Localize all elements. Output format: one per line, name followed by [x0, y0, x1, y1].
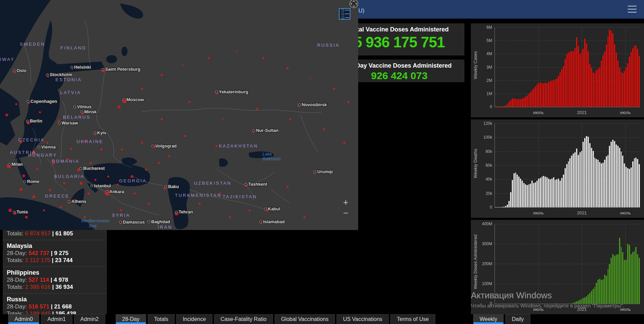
outbreak-dot[interactable]	[347, 101, 349, 103]
tab-admin0[interactable]: Admin0	[8, 314, 39, 324]
menu-icon[interactable]	[628, 6, 637, 13]
outbreak-dot[interactable]	[168, 155, 170, 157]
tab-28-day[interactable]: 28-Day	[116, 314, 146, 324]
city-marker	[123, 99, 125, 101]
outbreak-dot[interactable]	[236, 51, 237, 52]
outbreak-dot[interactable]	[117, 184, 119, 186]
map-sea-label: Mediterranean	[81, 218, 110, 223]
bar	[588, 137, 589, 207]
outbreak-dot[interactable]	[107, 176, 109, 178]
outbreak-dot[interactable]	[199, 203, 201, 205]
outbreak-dot[interactable]	[121, 148, 123, 151]
outbreak-dot[interactable]	[323, 128, 325, 130]
bar	[512, 180, 513, 207]
map-city-label: Vilnius	[77, 104, 91, 109]
bar	[516, 99, 518, 107]
outbreak-dot[interactable]	[94, 179, 96, 181]
tab-daily[interactable]: Daily	[505, 314, 530, 324]
outbreak-dot[interactable]	[100, 148, 102, 151]
tab-admin1[interactable]: Admin1	[41, 314, 72, 324]
outbreak-dot[interactable]	[286, 67, 289, 69]
outbreak-dot[interactable]	[131, 175, 133, 178]
bar	[609, 264, 610, 304]
outbreak-dot[interactable]	[70, 148, 72, 150]
outbreak-dot[interactable]	[32, 195, 35, 198]
city-marker	[81, 111, 83, 113]
outbreak-dot[interactable]	[118, 106, 120, 108]
outbreak-dot[interactable]	[310, 78, 311, 79]
outbreak-dot[interactable]	[249, 209, 251, 211]
outbreak-dot[interactable]	[8, 209, 12, 212]
outbreak-dot[interactable]	[22, 175, 25, 177]
outbreak-dot[interactable]	[88, 192, 90, 194]
outbreak-dot[interactable]	[90, 162, 92, 164]
outbreak-dot[interactable]	[148, 203, 150, 205]
outbreak-dot[interactable]	[333, 88, 335, 90]
tab-terms-of-use[interactable]: Terms of Use	[390, 314, 435, 324]
country-row-malaysia[interactable]: Malaysia28-Day: 542 737 | 9 275Totals: 2…	[3, 240, 106, 267]
outbreak-dot[interactable]	[60, 206, 62, 208]
y-tick-label: 3M	[472, 65, 492, 70]
outbreak-dot[interactable]	[182, 64, 183, 66]
outbreak-dot[interactable]	[63, 182, 65, 184]
map-country-label: SYRIA	[112, 213, 130, 218]
outbreak-dot[interactable]	[141, 142, 143, 144]
bar-series	[495, 224, 640, 304]
outbreak-dot[interactable]	[303, 216, 305, 218]
outbreak-dot[interactable]	[208, 57, 210, 59]
outbreak-dot[interactable]	[80, 182, 83, 185]
tab-case-fatality-ratio[interactable]: Case-Fatality Ratio	[214, 314, 273, 324]
bar	[561, 178, 562, 207]
tab-us-vaccinations[interactable]: US Vaccinations	[337, 314, 389, 324]
outbreak-dot[interactable]	[289, 118, 291, 120]
country-row-philippines[interactable]: Philippines28-Day: 527 114 | 4 978Totals…	[3, 267, 106, 293]
outbreak-dot[interactable]	[188, 101, 190, 103]
map-city-label: Moscow	[127, 97, 144, 102]
outbreak-dot[interactable]	[134, 192, 136, 194]
tab-admin2[interactable]: Admin2	[74, 314, 105, 324]
outbreak-dot[interactable]	[161, 118, 163, 120]
tab-totals[interactable]: Totals	[148, 314, 175, 324]
outbreak-dot[interactable]	[343, 142, 345, 144]
outbreak-dot[interactable]	[43, 209, 45, 211]
outbreak-dot[interactable]	[20, 188, 22, 191]
zoom-in-button[interactable]: +	[341, 198, 350, 207]
outbreak-dot[interactable]	[158, 162, 160, 164]
outbreak-dot[interactable]	[15, 103, 17, 105]
outbreak-dot[interactable]	[222, 118, 223, 120]
outbreak-dot[interactable]	[184, 135, 186, 137]
bar	[604, 51, 605, 107]
country-row-russia[interactable]: Russia28-Day: 516 571 | 21 668Totals: 7 …	[3, 293, 106, 314]
outbreak-dot[interactable]	[77, 168, 80, 171]
bar	[611, 142, 612, 207]
outbreak-dot[interactable]	[256, 108, 258, 110]
outbreak-dot[interactable]	[120, 209, 122, 211]
world-map[interactable]: SWEDENFINLANDRUSSIANORWAYESTONIALATVIABE…	[0, 0, 358, 230]
outbreak-dot[interactable]	[141, 88, 143, 90]
tab-global-vaccinations[interactable]: Global Vaccinations	[275, 314, 335, 324]
outbreak-dot[interactable]	[25, 216, 28, 218]
map-city-label: Rome	[27, 179, 39, 184]
tab-weekly[interactable]: Weekly	[473, 314, 504, 324]
map-city-label: Kabul	[268, 206, 280, 211]
outbreak-dot[interactable]	[49, 189, 51, 191]
outbreak-dot[interactable]	[145, 169, 147, 171]
city-marker	[13, 211, 15, 213]
outbreak-dot[interactable]	[215, 145, 217, 147]
bar	[579, 152, 581, 207]
outbreak-dot[interactable]	[39, 111, 41, 113]
outbreak-dot[interactable]	[262, 57, 264, 59]
map-country-label: LATVIA	[60, 90, 81, 95]
outbreak-dot[interactable]	[286, 186, 289, 188]
outbreak-dot[interactable]	[36, 168, 38, 170]
tab-incidence[interactable]: Incidence	[176, 314, 212, 324]
y-tick-label: 400M	[472, 222, 492, 226]
map-city-label: Oslo	[17, 68, 26, 73]
layer-list-icon[interactable]	[339, 8, 350, 20]
outbreak-dot[interactable]	[229, 216, 231, 218]
zoom-out-button[interactable]: −	[341, 209, 350, 218]
outbreak-dot[interactable]	[5, 114, 8, 116]
outbreak-dot[interactable]	[161, 74, 163, 76]
outbreak-dot[interactable]	[58, 119, 60, 121]
outbreak-dot[interactable]	[46, 142, 48, 144]
